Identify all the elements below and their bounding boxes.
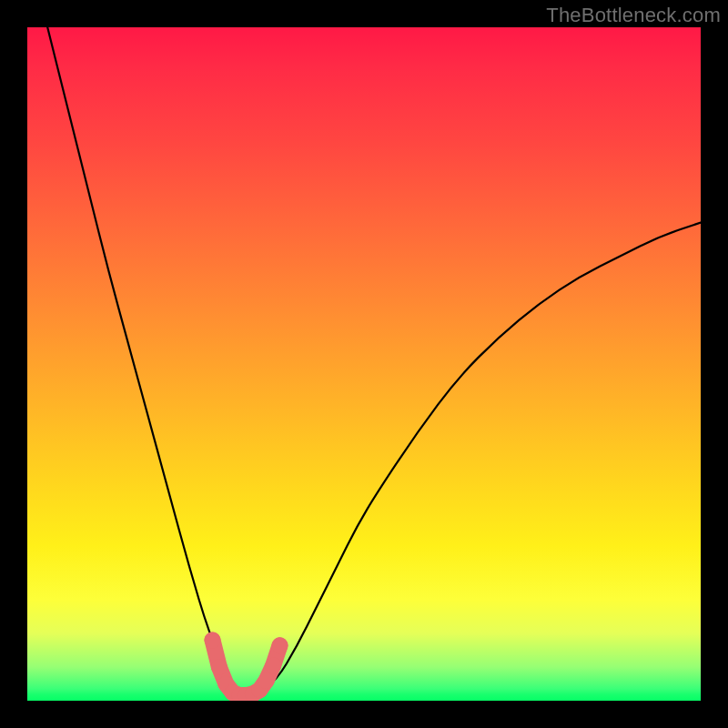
svg-point-10 — [272, 637, 288, 653]
svg-point-0 — [205, 632, 221, 648]
plot-area — [27, 27, 701, 701]
svg-point-8 — [258, 672, 275, 689]
minimum-marker — [205, 632, 288, 701]
chart-frame: TheBottleneck.com — [0, 0, 728, 728]
svg-point-1 — [211, 659, 228, 675]
watermark-text: TheBottleneck.com — [546, 4, 721, 27]
bottleneck-curve — [47, 27, 701, 694]
svg-point-9 — [265, 658, 281, 674]
chart-svg — [27, 27, 701, 701]
